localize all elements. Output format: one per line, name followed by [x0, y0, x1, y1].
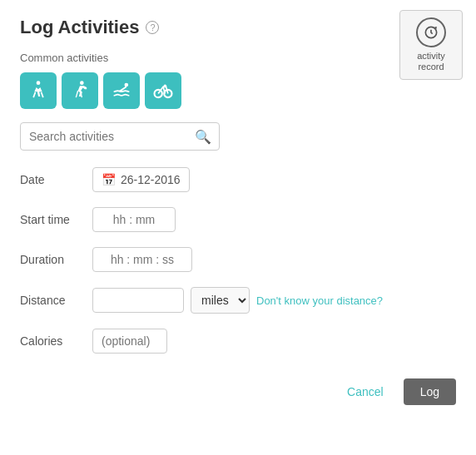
- svg-point-2: [80, 81, 84, 85]
- calories-input[interactable]: [92, 329, 167, 354]
- distance-input[interactable]: [92, 288, 184, 313]
- calendar-icon: 📅: [102, 173, 116, 186]
- date-value: 26-12-2016: [121, 173, 181, 186]
- calories-label: Calories: [20, 334, 82, 348]
- common-activities-label: Common activities: [20, 52, 456, 64]
- activity-icons-row: [20, 72, 456, 109]
- search-icon: 🔍: [195, 129, 211, 145]
- distance-label: Distance: [20, 294, 82, 307]
- cancel-button[interactable]: Cancel: [335, 378, 395, 405]
- calories-row: Calories: [20, 329, 456, 354]
- activity-record-button[interactable]: activity record: [399, 10, 463, 80]
- distance-row: Distance miles km Don't know your distan…: [20, 287, 456, 314]
- unit-select[interactable]: miles km: [191, 287, 250, 314]
- start-time-label: Start time: [20, 213, 82, 226]
- info-icon[interactable]: ?: [146, 21, 159, 34]
- run-activity-button[interactable]: [62, 72, 98, 109]
- start-time-row: Start time: [20, 207, 456, 232]
- cycle-activity-button[interactable]: [145, 72, 181, 109]
- date-label: Date: [20, 173, 82, 186]
- start-time-input[interactable]: [92, 207, 176, 232]
- swim-activity-button[interactable]: [103, 72, 140, 109]
- footer-buttons: Cancel Log: [20, 378, 456, 405]
- dont-know-distance-link[interactable]: Don't know your distance?: [256, 294, 383, 307]
- search-box: Walk 🔍: [20, 122, 220, 151]
- activity-record-icon: [416, 17, 446, 47]
- form-section: Date 📅 26-12-2016 Start time Duration Di…: [20, 167, 456, 354]
- date-row: Date 📅 26-12-2016: [20, 167, 456, 192]
- date-input[interactable]: 📅 26-12-2016: [92, 167, 190, 192]
- distance-controls: miles km Don't know your distance?: [92, 287, 383, 314]
- search-input[interactable]: Walk: [20, 122, 220, 151]
- page-title: Log Activities: [20, 17, 139, 38]
- duration-row: Duration: [20, 247, 456, 272]
- activity-record-label: activity record: [409, 51, 454, 72]
- svg-point-5: [164, 90, 171, 97]
- svg-point-1: [37, 81, 41, 85]
- log-button[interactable]: Log: [404, 378, 456, 405]
- duration-input[interactable]: [92, 247, 192, 272]
- svg-point-3: [125, 83, 129, 87]
- svg-point-6: [164, 84, 167, 87]
- walk-activity-button[interactable]: [20, 72, 57, 109]
- duration-label: Duration: [20, 253, 82, 266]
